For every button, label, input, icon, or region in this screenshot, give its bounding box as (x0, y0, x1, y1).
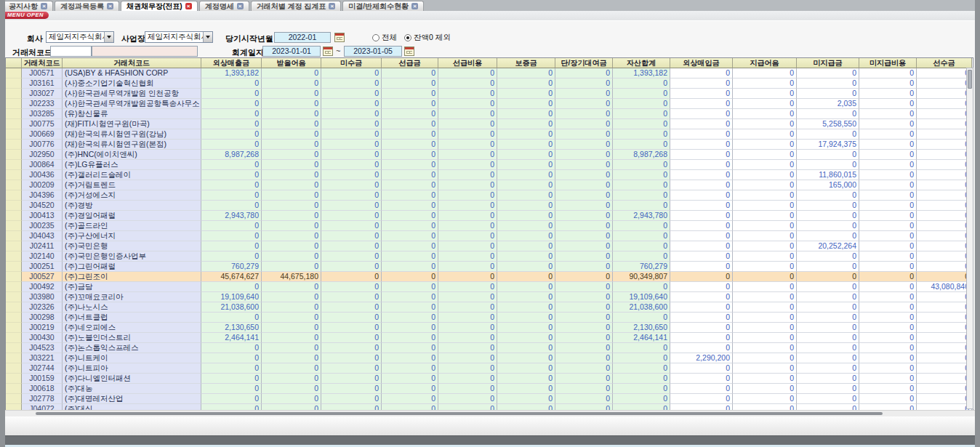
chevron-down-icon[interactable] (104, 32, 113, 42)
column-header[interactable]: 보증금 (497, 58, 555, 68)
amount-cell[interactable]: 0 (917, 262, 972, 272)
amount-cell[interactable]: 0 (438, 262, 497, 272)
row-selector[interactable] (6, 109, 22, 119)
amount-cell[interactable]: 0 (917, 221, 972, 231)
vendor-name-cell[interactable]: (주)국민은행 (63, 241, 201, 251)
vertical-scrollbar-thumb[interactable] (968, 70, 972, 89)
amount-cell[interactable]: 0 (382, 363, 438, 374)
amount-cell[interactable]: 21,038,600 (201, 302, 262, 313)
amount-cell[interactable]: 0 (497, 363, 555, 374)
amount-cell[interactable]: 0 (497, 292, 555, 302)
vendor-code-cell[interactable]: J03027 (22, 89, 63, 99)
amount-cell[interactable]: 0 (382, 221, 438, 231)
row-selector[interactable] (6, 241, 22, 251)
amount-cell[interactable]: 0 (859, 211, 917, 221)
amount-cell[interactable]: 0 (859, 99, 917, 109)
vendor-name-cell[interactable]: (주)구산에너지 (63, 231, 201, 241)
amount-cell[interactable]: 0 (497, 68, 555, 78)
amount-cell[interactable]: 0 (438, 333, 497, 343)
amount-cell[interactable]: 0 (859, 68, 917, 78)
amount-cell[interactable]: 0 (797, 78, 859, 89)
amount-cell[interactable]: 0 (497, 353, 555, 363)
amount-cell[interactable]: 0 (670, 150, 733, 160)
calendar-icon[interactable] (323, 47, 333, 56)
amount-cell[interactable]: 0 (438, 68, 497, 78)
row-selector[interactable] (6, 150, 22, 160)
amount-cell[interactable]: 0 (797, 282, 859, 292)
vendor-name-cell[interactable]: (주)거성에스지 (63, 190, 201, 201)
amount-cell[interactable]: 0 (917, 150, 972, 160)
amount-cell[interactable]: 0 (382, 190, 438, 201)
amount-cell[interactable]: 8,987,268 (613, 150, 670, 160)
row-selector[interactable] (6, 211, 22, 221)
amount-cell[interactable]: 20,252,264 (797, 241, 859, 251)
amount-cell[interactable]: 0 (382, 150, 438, 160)
amount-cell[interactable]: 0 (438, 282, 497, 292)
table-row[interactable]: J04523(주)논스톱익스프레스0000000000000 (6, 343, 973, 353)
calendar-icon[interactable] (334, 33, 345, 42)
amount-cell[interactable]: 0 (497, 384, 555, 394)
row-selector[interactable] (6, 374, 22, 384)
amount-cell[interactable]: 0 (917, 68, 972, 78)
amount-cell[interactable]: 0 (438, 140, 497, 150)
amount-cell[interactable]: 0 (382, 99, 438, 109)
column-header[interactable]: 자산합계 (613, 58, 670, 68)
amount-cell[interactable]: 0 (262, 140, 321, 150)
amount-cell[interactable]: 0 (321, 99, 382, 109)
vendor-name-cell[interactable]: (주)HNC(에이치앤씨) (63, 150, 201, 160)
amount-cell[interactable]: 0 (917, 170, 972, 180)
amount-cell[interactable]: 0 (262, 109, 321, 119)
amount-cell[interactable]: 0 (382, 313, 438, 323)
amount-cell[interactable]: 44,675,180 (262, 272, 321, 282)
row-selector[interactable] (6, 384, 22, 394)
amount-cell[interactable]: 0 (917, 190, 972, 201)
amount-cell[interactable]: 0 (555, 129, 613, 140)
amount-cell[interactable]: 0 (859, 201, 917, 211)
amount-cell[interactable]: 0 (382, 262, 438, 272)
amount-cell[interactable]: 0 (859, 231, 917, 241)
amount-cell[interactable]: 0 (733, 384, 797, 394)
row-selector[interactable] (6, 119, 22, 129)
amount-cell[interactable]: 0 (733, 292, 797, 302)
amount-cell[interactable]: 0 (321, 251, 382, 262)
row-selector[interactable] (6, 99, 22, 109)
amount-cell[interactable]: 0 (382, 323, 438, 333)
table-row[interactable]: J03161(사)중소기업기술혁신협회0000000000000 (6, 78, 973, 89)
amount-cell[interactable]: 0 (859, 251, 917, 262)
amount-cell[interactable]: 0 (201, 251, 262, 262)
amount-cell[interactable]: 0 (262, 231, 321, 241)
column-header[interactable] (6, 58, 22, 68)
amount-cell[interactable]: 0 (613, 384, 670, 394)
amount-cell[interactable]: 0 (321, 333, 382, 343)
tab-3[interactable]: 계정명세× (199, 1, 249, 11)
amount-cell[interactable]: 0 (497, 343, 555, 353)
row-selector[interactable] (6, 68, 22, 78)
amount-cell[interactable]: 0 (917, 313, 972, 323)
amount-cell[interactable]: 0 (262, 89, 321, 99)
vendor-name-cell[interactable]: (주)니트피아 (63, 363, 201, 374)
amount-cell[interactable]: 0 (438, 160, 497, 170)
vendor-name-input[interactable] (92, 46, 198, 57)
period-input[interactable]: 2022-01 (274, 32, 331, 43)
amount-cell[interactable]: 0 (670, 119, 733, 129)
amount-cell[interactable]: 0 (262, 180, 321, 190)
amount-cell[interactable]: 0 (733, 89, 797, 99)
amount-cell[interactable]: 0 (733, 211, 797, 221)
amount-cell[interactable]: 0 (382, 170, 438, 180)
amount-cell[interactable]: 90,349,807 (613, 272, 670, 282)
amount-cell[interactable]: 0 (917, 374, 972, 384)
amount-cell[interactable]: 0 (555, 313, 613, 323)
amount-cell[interactable]: 0 (670, 313, 733, 323)
row-selector[interactable] (6, 313, 22, 323)
row-selector[interactable] (6, 262, 22, 272)
vendor-name-cell[interactable]: (USA)BY & HFASHION CORP (63, 68, 201, 78)
row-selector[interactable] (6, 140, 22, 150)
amount-cell[interactable]: 0 (262, 353, 321, 363)
amount-cell[interactable]: 0 (859, 313, 917, 323)
table-row[interactable]: J03221(주)니트케이000000002,290,2000000 (6, 353, 973, 363)
amount-cell[interactable]: 0 (497, 109, 555, 119)
amount-cell[interactable]: 0 (438, 292, 497, 302)
amount-cell[interactable]: 0 (917, 231, 972, 241)
amount-cell[interactable]: 0 (382, 384, 438, 394)
amount-cell[interactable]: 0 (613, 140, 670, 150)
